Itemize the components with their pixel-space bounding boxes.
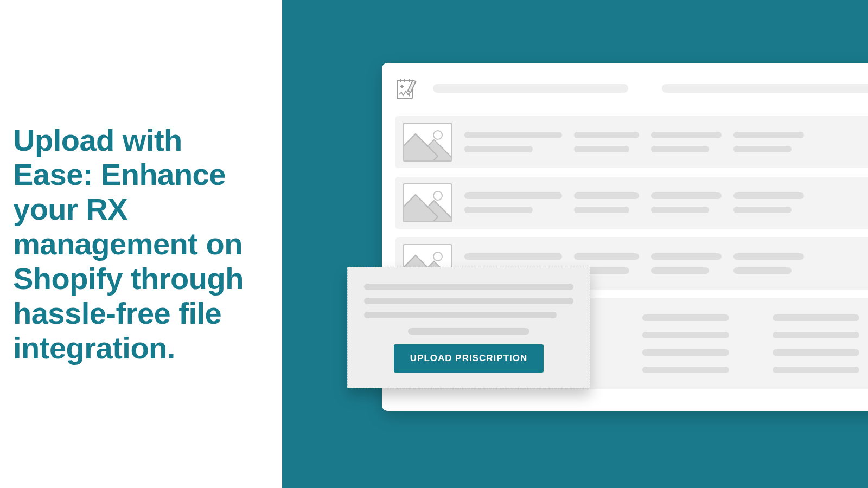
list-item	[395, 116, 868, 168]
marketing-text-panel: Upload with Ease: Enhance your RX manage…	[0, 0, 282, 488]
svg-rect-6	[408, 80, 416, 92]
illustration-panel: UPLOAD PRISCRIPTION	[282, 0, 868, 488]
header-placeholder-bar	[433, 84, 628, 93]
upload-popup: UPLOAD PRISCRIPTION	[347, 267, 590, 388]
upload-prescription-button[interactable]: UPLOAD PRISCRIPTION	[394, 344, 544, 373]
headline: Upload with Ease: Enhance your RX manage…	[13, 123, 267, 365]
list-item	[395, 177, 868, 229]
header-placeholder-bar	[662, 84, 868, 93]
image-placeholder-icon	[403, 123, 452, 162]
popup-text-placeholder	[408, 328, 529, 335]
prescription-icon	[395, 76, 420, 101]
window-header	[395, 76, 868, 116]
image-placeholder-icon	[403, 183, 452, 222]
popup-text-placeholder	[364, 284, 573, 318]
